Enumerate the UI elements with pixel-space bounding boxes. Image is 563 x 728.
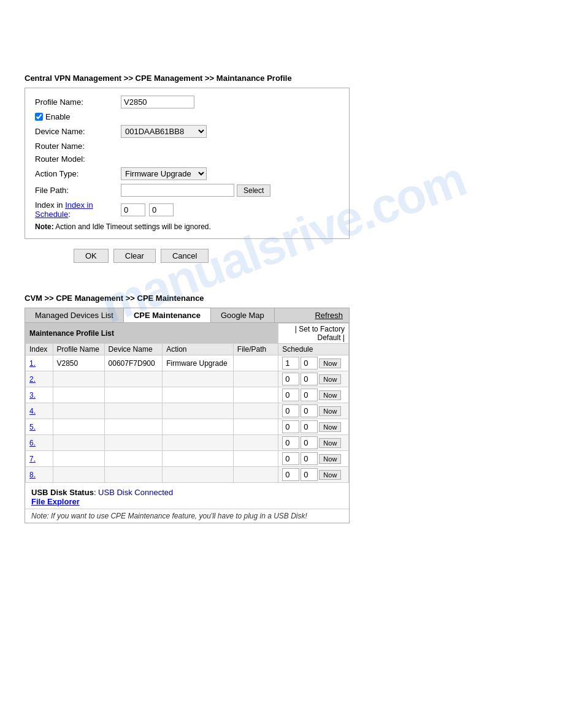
sched-input-2[interactable] <box>301 373 318 385</box>
row-device-name <box>104 403 163 419</box>
row-action <box>163 467 234 483</box>
cancel-button[interactable]: Cancel <box>161 249 209 263</box>
sched-input-2[interactable] <box>301 357 318 370</box>
sched-input-1[interactable] <box>282 452 299 465</box>
button-row: OK Clear Cancel <box>74 249 538 263</box>
tab-cpe-maintenance[interactable]: CPE Maintenance <box>124 308 211 322</box>
index-link[interactable]: 8. <box>29 471 36 479</box>
row-schedule: Now <box>278 371 349 387</box>
row-index[interactable]: 5. <box>26 419 53 435</box>
col-header-schedule: Schedule <box>278 344 349 355</box>
sched-input-1[interactable] <box>282 373 299 385</box>
profile-name-label: Profile Name: <box>35 97 121 107</box>
action-type-select[interactable]: Firmware Upgrade <box>121 167 207 180</box>
index-link[interactable]: 2. <box>29 375 36 384</box>
schedule-input-2[interactable] <box>149 203 174 216</box>
row-filepath <box>233 403 278 419</box>
sched-input-2[interactable] <box>301 420 318 433</box>
schedule-label: Index in Index in Schedule: <box>35 200 121 219</box>
row-device-name <box>104 371 163 387</box>
now-button[interactable]: Now <box>319 406 341 416</box>
row-profile-name <box>53 435 104 451</box>
index-link[interactable]: 7. <box>29 455 36 463</box>
usb-status-row: USB Disk Status: USB Disk Connected <box>31 488 343 497</box>
row-index[interactable]: 8. <box>26 467 53 483</box>
row-index[interactable]: 4. <box>26 403 53 419</box>
col-header-device: Device Name <box>104 344 163 355</box>
index-link[interactable]: 4. <box>29 407 36 415</box>
row-filepath <box>233 355 278 371</box>
profile-name-input[interactable] <box>121 96 194 108</box>
tab-google-map[interactable]: Google Map <box>211 308 275 322</box>
row-device-name <box>104 387 163 403</box>
index-link[interactable]: 3. <box>29 391 36 400</box>
clear-button[interactable]: Clear <box>113 249 156 263</box>
router-model-row: Router Model: <box>35 154 339 164</box>
file-path-row: File Path: Select <box>35 184 339 197</box>
profile-name-row: Profile Name: <box>35 96 339 108</box>
note-bold: Note: <box>35 222 54 231</box>
file-path-input[interactable] <box>121 184 234 197</box>
maintenance-table: Maintenance Profile List | Set to Factor… <box>25 323 349 483</box>
sched-input-2[interactable] <box>301 468 318 481</box>
schedule-input-1[interactable] <box>121 203 145 216</box>
now-button[interactable]: Now <box>319 422 341 432</box>
refresh-button[interactable]: Refresh <box>308 308 349 322</box>
sched-input-2[interactable] <box>301 389 318 401</box>
table-row: 7.Now <box>26 451 349 467</box>
column-headers: Index Profile Name Device Name Action Fi… <box>26 344 349 355</box>
usb-connected-text: USB Disk Connected <box>98 488 173 497</box>
select-button[interactable]: Select <box>237 184 270 197</box>
sched-input-2[interactable] <box>301 452 318 465</box>
row-filepath <box>233 371 278 387</box>
file-explorer-link[interactable]: File Explorer <box>31 497 80 506</box>
sched-input-1[interactable] <box>282 468 299 481</box>
row-filepath <box>233 387 278 403</box>
enable-checkbox[interactable] <box>35 113 43 121</box>
row-schedule: Now <box>278 355 349 371</box>
index-link[interactable]: 5. <box>29 423 36 431</box>
index-link[interactable]: 6. <box>29 439 36 447</box>
now-button[interactable]: Now <box>319 358 341 368</box>
col-header-filepath: File/Path <box>233 344 278 355</box>
row-profile-name <box>53 419 104 435</box>
col-header-action: Action <box>163 344 234 355</box>
now-button[interactable]: Now <box>319 390 341 400</box>
sched-input-2[interactable] <box>301 404 318 417</box>
main-table-box: Managed Devices List CPE Maintenance Goo… <box>25 308 350 523</box>
row-schedule: Now <box>278 467 349 483</box>
row-profile-name <box>53 403 104 419</box>
sched-input-1[interactable] <box>282 404 299 417</box>
sched-input-2[interactable] <box>301 436 318 449</box>
schedule-link[interactable]: Index in Schedule <box>35 200 93 219</box>
enable-row: Enable <box>35 112 339 121</box>
row-index[interactable]: 3. <box>26 387 53 403</box>
now-button[interactable]: Now <box>319 374 341 384</box>
sched-input-1[interactable] <box>282 436 299 449</box>
row-index[interactable]: 6. <box>26 435 53 451</box>
sched-input-1[interactable] <box>282 389 299 401</box>
usb-status-label: USB Disk Status <box>31 488 94 497</box>
row-action <box>163 403 234 419</box>
tab-managed-devices[interactable]: Managed Devices List <box>25 308 124 322</box>
sched-input-1[interactable] <box>282 357 299 370</box>
row-index[interactable]: 2. <box>26 371 53 387</box>
schedule-row: Index in Index in Schedule: <box>35 200 339 219</box>
table-row: 2.Now <box>26 371 349 387</box>
table-row: 5.Now <box>26 419 349 435</box>
row-index[interactable]: 7. <box>26 451 53 467</box>
profile-list-header: Maintenance Profile List <box>26 324 278 344</box>
row-profile-name <box>53 387 104 403</box>
form-box: Profile Name: Enable Device Name: 001DAA… <box>25 88 350 239</box>
table-row: 3.Now <box>26 387 349 403</box>
now-button[interactable]: Now <box>319 454 341 464</box>
row-index[interactable]: 1. <box>26 355 53 371</box>
index-link[interactable]: 1. <box>29 359 36 368</box>
col-header-index: Index <box>26 344 53 355</box>
sched-input-1[interactable] <box>282 420 299 433</box>
now-button[interactable]: Now <box>319 438 341 448</box>
ok-button[interactable]: OK <box>74 249 109 263</box>
device-name-select[interactable]: 001DAAB61BB8 <box>121 125 207 138</box>
now-button[interactable]: Now <box>319 470 341 480</box>
set-factory-header: | Set to Factory Default | <box>278 324 349 344</box>
